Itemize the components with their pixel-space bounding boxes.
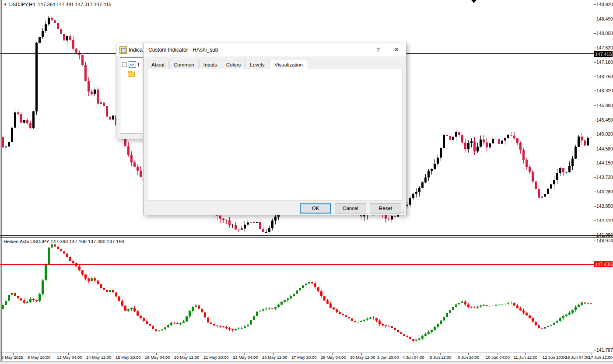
price-tick bbox=[594, 62, 596, 63]
dialog-tabs: AboutCommonInputsColorsLevelsVisualizati… bbox=[147, 59, 308, 69]
price-label: 148.920 bbox=[596, 2, 613, 7]
time-label: 4 Jun 04:00 bbox=[403, 355, 424, 360]
time-label: 30 May 12:00 bbox=[350, 355, 375, 360]
price-label: 148.974 bbox=[596, 238, 613, 243]
indicators-dialog-icon bbox=[119, 46, 127, 54]
time-label: 5 Jun 12:00 bbox=[430, 355, 452, 360]
dialog-titlebar[interactable]: Custom Indicator - HAshi_sub ? ✕ bbox=[144, 43, 406, 56]
cancel-button[interactable]: Cancel bbox=[335, 203, 366, 214]
time-label: 8 May 2025 bbox=[1, 355, 23, 360]
close-icon[interactable]: ✕ bbox=[389, 43, 404, 56]
help-button[interactable]: ? bbox=[370, 43, 386, 56]
tab-levels[interactable]: Levels bbox=[245, 60, 269, 69]
price-tick bbox=[594, 350, 596, 350]
price-label: 145.450 bbox=[596, 117, 613, 122]
time-label: 23 May 04:00 bbox=[233, 355, 258, 360]
time-label: 17 Jun 12:00 bbox=[588, 355, 613, 360]
time-label: 2 Jun 20:00 bbox=[377, 355, 399, 360]
price-tick bbox=[594, 134, 596, 134]
main-price-tag: 147.415 bbox=[594, 51, 613, 57]
chart-top-marker-icon[interactable] bbox=[471, 0, 476, 3]
price-label: 146.320 bbox=[596, 88, 613, 93]
price-label: 145.880 bbox=[596, 103, 613, 108]
time-label: 10 Jun 04:00 bbox=[486, 355, 510, 360]
time-label: 19 May 04:00 bbox=[145, 355, 170, 360]
price-label: 144.150 bbox=[596, 160, 613, 165]
main-chart-header: ▼USDJPY,H4 147.364 147.481 147.317 147.4… bbox=[4, 2, 111, 7]
price-tick bbox=[594, 206, 596, 206]
time-label: 14 May 12:00 bbox=[86, 355, 112, 360]
time-label: 9 May 20:00 bbox=[28, 355, 50, 360]
time-label: 13 May 04:00 bbox=[57, 355, 82, 360]
price-label: 141.980 bbox=[596, 232, 613, 238]
price-tick bbox=[594, 241, 596, 241]
resize-grip[interactable] bbox=[400, 209, 405, 214]
ohlc-values: 147.364 147.481 147.317 147.415 bbox=[38, 2, 111, 7]
indicator-chart-icon bbox=[129, 61, 136, 68]
price-tick bbox=[594, 149, 596, 149]
tab-colors[interactable]: Colors bbox=[222, 60, 245, 69]
time-label: 15 May 20:00 bbox=[116, 355, 141, 360]
price-tick bbox=[594, 48, 596, 48]
price-tick bbox=[594, 33, 596, 34]
price-label: 144.580 bbox=[596, 146, 613, 151]
price-label: 148.050 bbox=[596, 31, 613, 36]
tree-connector bbox=[124, 66, 125, 74]
time-label: 27 May 20:00 bbox=[291, 355, 317, 360]
price-label: 143.280 bbox=[596, 189, 613, 194]
symbol-dropdown-icon[interactable]: ▼ bbox=[4, 3, 7, 7]
tab-about[interactable]: About bbox=[147, 60, 169, 69]
reset-button[interactable]: Reset bbox=[370, 203, 401, 214]
indicators-dialog-title: Indica bbox=[129, 47, 143, 53]
sub-chart-header: Heiken Ashi USDJPY 147.393 147.166 147.4… bbox=[4, 239, 124, 244]
price-label: 143.720 bbox=[596, 175, 613, 180]
sub-price-tag: 147.435 bbox=[594, 261, 613, 267]
custom-indicator-dialog: Custom Indicator - HAshi_sub ? ✕ AboutCo… bbox=[143, 43, 406, 215]
price-label: 142.410 bbox=[596, 218, 613, 223]
price-tick bbox=[594, 105, 596, 106]
price-tick bbox=[594, 235, 596, 235]
price-tick bbox=[594, 192, 596, 192]
time-label: 20 May 12:00 bbox=[174, 355, 200, 360]
price-tick bbox=[594, 163, 596, 163]
bottom-strip bbox=[0, 361, 613, 364]
time-label: 12 Jun 20:00 bbox=[543, 355, 567, 360]
ok-button[interactable]: OK bbox=[300, 203, 331, 214]
symbol-period-label: USDJPY,H4 bbox=[9, 2, 35, 7]
tab-visualization[interactable]: Visualization bbox=[270, 59, 308, 69]
price-tick bbox=[594, 77, 596, 77]
price-tick bbox=[594, 177, 596, 178]
time-label: 11 Jun 12:00 bbox=[514, 355, 537, 360]
time-label: 26 May 12:00 bbox=[262, 355, 287, 360]
folder-icon[interactable] bbox=[128, 72, 135, 77]
time-label: 16 Jun 04:00 bbox=[565, 355, 589, 360]
price-tick bbox=[594, 91, 596, 91]
price-label: 146.750 bbox=[596, 74, 613, 79]
price-label: 148.490 bbox=[596, 16, 613, 21]
tab-inputs[interactable]: Inputs bbox=[199, 60, 221, 69]
time-label: 29 May 04:00 bbox=[321, 355, 346, 360]
price-label: 141.787 bbox=[596, 347, 613, 353]
price-label: 147.620 bbox=[596, 45, 613, 50]
visualization-tab-page bbox=[147, 69, 403, 201]
tab-common[interactable]: Common bbox=[169, 60, 199, 69]
dialog-title: Custom Indicator - HAshi_sub bbox=[148, 47, 218, 53]
price-tick bbox=[594, 120, 596, 120]
sub-level-line[interactable] bbox=[0, 264, 594, 265]
price-label: 145.020 bbox=[596, 131, 613, 136]
price-label: 147.180 bbox=[596, 60, 613, 65]
price-tick bbox=[594, 220, 596, 221]
price-tick bbox=[594, 4, 596, 5]
price-label: 142.850 bbox=[596, 203, 613, 209]
time-label: 6 Jun 20:00 bbox=[458, 355, 480, 360]
time-label: 21 May 20:00 bbox=[203, 355, 229, 360]
tree-root-label: I bbox=[138, 62, 139, 67]
price-tick bbox=[594, 19, 596, 19]
